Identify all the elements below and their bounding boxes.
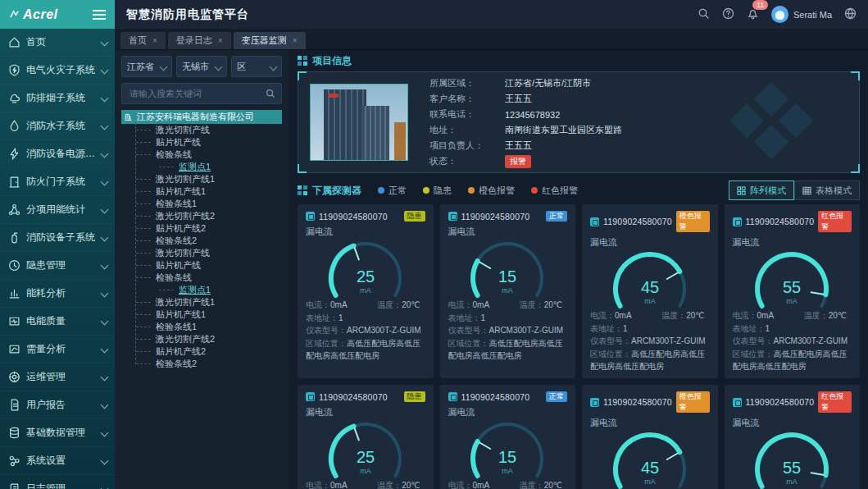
fire-door-icon [7,176,20,189]
chevron-down-icon [101,262,109,270]
sidebar-item-report-doc[interactable]: 用户报告 [0,391,115,419]
tree-node[interactable]: 检验条线 [121,272,282,284]
sidebar-item-ops-gear[interactable]: 运维管理 [0,363,115,391]
sidebar-item-home[interactable]: 首页 [0,29,115,57]
field-label: 状态： [429,155,505,167]
tab-close-icon[interactable]: × [152,36,157,45]
smoke-icon [7,92,20,105]
region-select[interactable]: 区 [231,56,282,77]
field-label: 地址： [429,124,505,136]
sidebar-item-power-bolt[interactable]: 消防设备电源子系统 [0,140,115,168]
tree-node[interactable]: 检验条线1 [121,198,282,210]
sidebar-item-alert-clock[interactable]: 隐患管理 [0,252,115,280]
detector-card[interactable]: 11909024580070 隐患 漏电流 25 mA 电流：0mA温度：20℃… [298,204,434,378]
tree-node[interactable]: 贴片机产线1 [121,308,282,321]
detectors-toolbar: 下属探测器 正常隐患橙色报警红色报警 阵列模式表格模式 [298,181,860,200]
tab-close-icon[interactable]: × [218,36,223,45]
sidebar-item-extinguisher[interactable]: 消防设备子系统 [0,224,115,252]
sidebar-item-water[interactable]: 消防水子系统 [0,112,115,140]
tab-变压器监测[interactable]: 变压器监测× [234,32,306,49]
card-header: 11909024580070 正常 [448,391,568,402]
sidebar-item-label: 首页 [26,35,46,49]
tab-label: 首页 [129,34,147,47]
tree-node[interactable]: 检验条线2 [121,235,282,247]
tree-node[interactable]: 监测点1 [121,284,282,296]
tree-node[interactable]: 贴片机产线 [121,136,282,149]
tab-close-icon[interactable]: × [293,36,298,45]
tree-node[interactable]: 贴片机产线2 [121,222,282,235]
search-input[interactable] [128,88,266,99]
sidebar-item-label: 防排烟子系统 [26,91,85,105]
home-icon [7,36,20,49]
user-menu[interactable]: Serati Ma [771,6,832,23]
tree-items: 激光切割产线贴片机产线检验条线监测点1激光切割产线1贴片机产线1检验条线1激光切… [121,124,282,370]
sidebar-item-chart-bars[interactable]: 能耗分析 [0,280,115,308]
view-mode-label: 表格模式 [816,185,852,197]
search-icon[interactable] [698,7,710,22]
grid-icon [737,186,746,195]
tree-node[interactable]: 激光切割产线 [121,124,282,136]
acrel-logo-icon [9,9,20,20]
sidebar-item-label: 基础数据管理 [26,426,85,440]
tree-node[interactable]: 检验条线1 [121,321,282,333]
grid-mode-button[interactable]: 阵列模式 [729,181,794,200]
table-icon [802,186,811,195]
detector-icon [733,398,742,407]
detector-card[interactable]: 11909024580070 橙色报警 漏电流 45 mA 电流：0mA温度：2… [582,385,718,489]
detector-card[interactable]: 11909024580070 橙色报警 漏电流 45 mA 电流：0mA温度：2… [582,204,718,378]
sidebar-item-log-book[interactable]: 日志管理 [0,475,115,489]
tree-node[interactable]: 激光切割产线1 [121,296,282,308]
detector-card[interactable]: 11909024580070 红色报警 漏电流 55 mA 电流：0mA温度：2… [725,385,861,489]
project-fields: 所属区域：江苏省/无锡市/江阴市客户名称：王五五联系电话：12345678932… [429,77,622,168]
chevron-down-icon [101,234,109,242]
demand-curve-icon [7,343,20,356]
tree-root-node[interactable]: 江苏安科瑞电器制造有限公司 [121,110,282,124]
sidebar-item-electrical-fire[interactable]: 电气火灾子系统 [0,57,115,85]
detector-card[interactable]: 11909024580070 正常 漏电流 15 mA 电流：0mA温度：20℃… [440,385,576,489]
tree-node[interactable]: 激光切割产线2 [121,333,282,345]
field-value: 南闸街道东盟工业园区东盟路 [505,124,622,136]
tree-node[interactable]: 检验条线2 [121,358,282,370]
tree-node[interactable]: 激光切割产线 [121,247,282,259]
report-doc-icon [7,399,20,412]
tab-登录日志[interactable]: 登录日志× [168,32,231,49]
card-header: 11909024580070 红色报警 [733,391,852,413]
panel-corner [851,164,860,173]
detector-card[interactable]: 11909024580070 红色报警 漏电流 55 mA 电流：0mA温度：2… [725,204,861,378]
temperature-value: 20℃ [829,311,847,320]
table-mode-button[interactable]: 表格模式 [794,181,860,200]
detector-card[interactable]: 11909024580070 正常 漏电流 15 mA 电流：0mA温度：20℃… [440,204,576,378]
search-icon[interactable] [266,89,275,98]
sidebar-item-database[interactable]: 基础数据管理 [0,419,115,447]
sidebar-item-power-quality[interactable]: 电能质量 [0,308,115,336]
card-header: 11909024580070 橙色报警 [590,391,710,413]
sidebar-item-energy-nodes[interactable]: 分项用能统计 [0,196,115,224]
sidebar-item-demand-curve[interactable]: 需量分析 [0,336,115,363]
sidebar-item-fire-door[interactable]: 防火门子系统 [0,168,115,196]
tab-首页[interactable]: 首页× [120,32,166,49]
chevron-down-icon [215,62,223,71]
svg-text:mA: mA [360,467,371,475]
notifications-bell-icon[interactable]: 11 [747,7,759,22]
svg-text:25: 25 [357,448,375,466]
language-globe-icon[interactable] [844,7,857,22]
region-select[interactable]: 江苏省 [121,56,172,77]
temperature-value: 20℃ [686,311,704,320]
sidebar-item-smoke[interactable]: 防排烟子系统 [0,85,115,112]
sidebar-item-settings-nodes[interactable]: 系统设置 [0,447,115,475]
tree-node[interactable]: 激光切割产线2 [121,210,282,222]
tree-node[interactable]: 贴片机产线1 [121,185,282,198]
tree-node[interactable]: 检验条线 [121,149,282,161]
tree-node[interactable]: 贴片机产线 [121,259,282,272]
menu-toggle-icon[interactable] [93,14,106,16]
tree-node[interactable]: 激光切割产线1 [121,173,282,185]
detector-card[interactable]: 11909024580070 隐患 漏电流 25 mA 电流：0mA温度：20℃… [298,385,434,489]
project-field: 客户名称：王五五 [429,93,622,106]
notification-badge: 11 [752,0,768,10]
device-tree-panel: 江苏省无锡市区 江苏安科瑞电器制造有限公司 激光切割产线贴片机产线检验条线监测点… [115,50,289,489]
help-icon[interactable] [722,7,734,22]
region-select[interactable]: 无锡市 [176,56,227,77]
tree-node[interactable]: 贴片机产线2 [121,345,282,358]
tree-node[interactable]: 监测点1 [121,161,282,173]
sidebar-item-label: 系统设置 [26,454,66,468]
